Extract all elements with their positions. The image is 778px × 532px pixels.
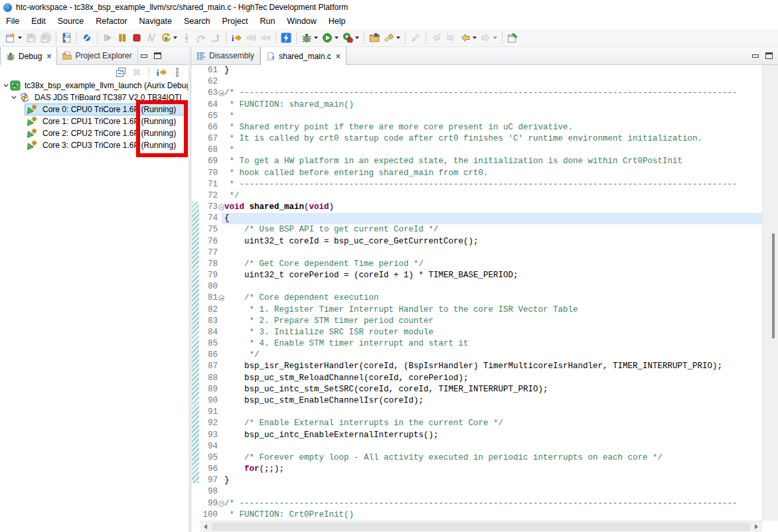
chevron-down-icon[interactable] (11, 94, 17, 101)
restart-button[interactable] (159, 30, 179, 46)
scroll-left-arrow[interactable] (200, 521, 211, 532)
binary-file-button[interactable] (59, 30, 74, 46)
dropdown-arrow-icon[interactable] (314, 36, 318, 39)
code-line[interactable]: 72 */ (200, 190, 762, 202)
chevron-down-icon[interactable] (3, 82, 9, 89)
menu-item-source[interactable]: Source (52, 15, 90, 29)
horizontal-scrollbar-thumb[interactable] (212, 523, 750, 531)
dropdown-arrow-icon[interactable] (173, 36, 177, 39)
menu-item-run[interactable]: Run (254, 15, 281, 29)
code-line[interactable]: 87 bsp_isr_RegisterHandler(coreId, (BspI… (200, 361, 762, 372)
terminate-button[interactable] (129, 30, 144, 46)
code-line[interactable]: 65 * (200, 111, 762, 122)
code-line[interactable]: 98 (200, 486, 762, 498)
source-editor[interactable]: 61}6263/* ------------------------------… (191, 65, 778, 532)
tab-disassembly[interactable]: Disassembly (191, 47, 260, 64)
close-icon[interactable]: × (45, 52, 51, 61)
code-line[interactable]: 62 (200, 76, 762, 88)
code-line[interactable]: 73void shared_main(void) (200, 202, 762, 213)
dropdown-arrow-icon[interactable] (355, 36, 359, 39)
back-button[interactable] (458, 30, 479, 46)
code-line[interactable]: 69 * To get a HW platform in an expected… (200, 156, 762, 167)
menu-item-navigate[interactable]: Navigate (133, 15, 178, 29)
menu-item-search[interactable]: Search (178, 15, 216, 29)
code-line[interactable]: 67 * It is called by crt0 startup code a… (200, 133, 762, 145)
dropdown-arrow-icon[interactable] (473, 36, 477, 39)
scroll-right-arrow[interactable] (751, 521, 762, 532)
code-line[interactable]: 78 /* Get Core dependent Time period */ (200, 259, 762, 270)
code-line[interactable]: 68 * (200, 145, 762, 156)
tab-shared-main-c[interactable]: shared_main.c × (260, 47, 347, 65)
menu-item-refactor[interactable]: Refactor (90, 15, 133, 29)
code-line[interactable]: 95 /* Forever empty loop - All activity … (200, 452, 762, 464)
code-line[interactable]: 66 * Shared entry point if there are mor… (200, 122, 762, 133)
code-line[interactable]: 79 uint32_t corePeriod = (coreId + 1) * … (200, 270, 762, 281)
code-line[interactable]: 63/* -----------------------------------… (200, 88, 762, 99)
menu-item-help[interactable]: Help (323, 15, 352, 29)
flash-button[interactable] (279, 30, 293, 46)
code-area[interactable]: 61}6263/* ------------------------------… (200, 65, 762, 521)
code-line[interactable]: 90 bsp_uc_stm_EnableChannelIsr(coreId); (200, 395, 762, 407)
code-line[interactable]: 70 * hook called before entering shared_… (200, 168, 762, 179)
tab-project-explorer[interactable]: Project Explorer (57, 47, 137, 64)
menu-item-file[interactable]: File (0, 15, 25, 29)
close-icon[interactable]: × (335, 52, 341, 61)
vertical-scrollbar-thumb[interactable] (772, 233, 775, 338)
instruction-stepping-button[interactable] (229, 30, 244, 46)
code-line[interactable]: 93 bsp_uc_intc_EnableExternalInterrupts(… (200, 430, 762, 441)
code-line[interactable]: 83 * 2. Prepare STM timer period counter (200, 316, 762, 327)
code-line[interactable]: 94 (200, 441, 762, 452)
menu-item-project[interactable]: Project (216, 15, 254, 29)
run-button[interactable] (320, 30, 341, 46)
instruction-stepping-toggle[interactable] (155, 66, 168, 79)
code-line[interactable]: 100 * FUNCTION: Crt0PreInit() (200, 509, 762, 521)
maximize-view-button[interactable] (154, 52, 161, 59)
code-line[interactable]: 81 /* Core dependent execution (200, 293, 762, 304)
code-line[interactable]: 91 (200, 407, 762, 418)
code-line[interactable]: 92 /* Enable External interrupts in the … (200, 418, 762, 429)
view-menu-button[interactable] (171, 66, 184, 79)
code-line[interactable]: 61} (200, 65, 762, 76)
new-wizard-button[interactable] (3, 30, 24, 46)
code-line[interactable]: 88 bsp_uc_stm_ReloadChannel(coreId, core… (200, 373, 762, 384)
fold-collapse-icon[interactable] (218, 90, 224, 96)
suspend-button[interactable] (115, 30, 129, 46)
code-line[interactable]: 82 * 1. Register Timer Interrupt Handler… (200, 304, 762, 316)
pin-editor-button[interactable] (505, 30, 520, 46)
skip-all-breakpoints-button[interactable] (80, 30, 94, 46)
open-file-button[interactable] (367, 30, 382, 46)
dropdown-arrow-icon[interactable] (396, 36, 400, 39)
fold-collapse-icon[interactable] (218, 204, 224, 210)
minimize-view-button[interactable] (141, 54, 147, 58)
horizontal-scrollbar[interactable] (200, 521, 762, 532)
code-line[interactable]: 80 (200, 281, 762, 293)
debug-tree-node[interactable]: tc38x_bsp_example_llvm_launch (Aurix Deb… (0, 80, 188, 92)
maximize-editor-button[interactable] (765, 52, 773, 59)
code-line[interactable]: 64 * FUNCTION: shared_main() (200, 100, 762, 111)
collapse-all-button[interactable] (114, 66, 127, 79)
menu-item-window[interactable]: Window (281, 15, 322, 29)
debug-button[interactable] (299, 30, 320, 46)
search-button[interactable] (382, 30, 402, 46)
dropdown-arrow-icon[interactable] (18, 36, 22, 39)
tab-debug[interactable]: Debug × (0, 47, 57, 65)
menu-item-edit[interactable]: Edit (25, 15, 52, 29)
code-line[interactable]: 97} (200, 475, 762, 486)
dropdown-arrow-icon[interactable] (335, 36, 339, 39)
code-line[interactable]: 96 for(;;); (200, 464, 762, 475)
code-line[interactable]: 75 /* Use BSP API to get current CoreId … (200, 224, 762, 235)
fold-collapse-icon[interactable] (218, 295, 224, 301)
code-line[interactable]: 77 (200, 247, 762, 259)
code-line[interactable]: 99/* -----------------------------------… (200, 498, 762, 509)
code-line[interactable]: 76 uint32_t coreId = bsp_uc_core_GetCurr… (200, 236, 762, 247)
code-line[interactable]: 85 * 4. Enable STM timer interrupt and s… (200, 338, 762, 350)
vertical-scrollbar[interactable] (762, 65, 778, 521)
code-line[interactable]: 84 * 3. Initialize SRC ISR router module (200, 327, 762, 338)
dropdown-arrow-icon[interactable] (493, 36, 497, 39)
code-line[interactable]: 71 * -----------------------------------… (200, 179, 762, 190)
code-line[interactable]: 89 bsp_uc_intc_stm_SetSRC(coreId, coreId… (200, 384, 762, 395)
code-line[interactable]: 86 */ (200, 350, 762, 361)
external-tools-button[interactable] (341, 30, 361, 46)
minimize-editor-button[interactable] (752, 54, 759, 58)
code-line[interactable]: 74{ (200, 213, 762, 224)
